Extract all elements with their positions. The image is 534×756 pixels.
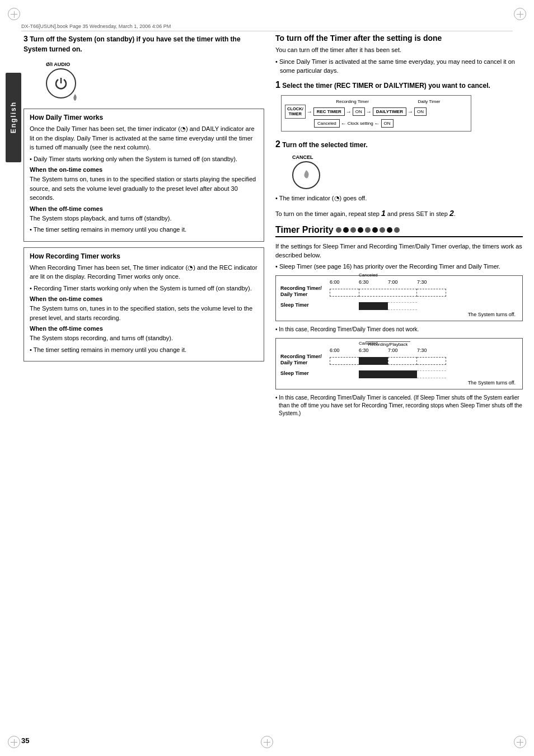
chart2-canceled-label: Canceled [359,341,378,346]
step2-section: 2 Turn off the selected timer. CANCEL • … [275,139,523,203]
audio-button-label: Ø/I AUDIO [46,62,76,67]
tick-700: 7:00 [388,279,417,285]
corner-mark-tr [514,8,526,20]
chart2-top-labels: Recording/Playback [330,342,518,347]
how-rec-timer-bullet1: • Recording Timer starts working only wh… [30,284,258,293]
dot9 [394,227,400,233]
bar1-r1-seg3 [417,289,446,297]
turn-off-para: You can turn off the timer after it has … [275,45,523,55]
sidebar-label-text: English [10,101,17,133]
chart2-row2: Sleep Timer [280,368,518,379]
bar1-r1-seg2 [359,289,417,297]
arrow-right-4: → [407,109,413,115]
step2-text: Turn off the selected timer. [282,141,367,149]
arrow-right-2: → [346,109,352,115]
on3-label-box: ON [381,119,394,128]
when-on-heading: When the on-time comes [30,166,258,173]
main-content: 3 Turn off the System (on standby) if yo… [24,34,523,728]
dot3 [350,227,356,233]
c2bar1-r1-s2 [359,357,388,365]
corner-mark-br [514,736,526,748]
dot2 [343,227,349,233]
chart2-note: • In this case, Recording Timer/Daily Ti… [275,394,523,417]
page-number: 35 [21,736,29,745]
tick-630: 6:30 Canceled [359,279,388,285]
sidebar-english: English [6,73,21,162]
turn-on-again-suffix: and press SET in step [386,210,449,217]
cancel-button-area: CANCEL [292,154,320,189]
step1-section: 1 Select the timer (REC TIMER or DAILYTI… [275,80,523,135]
spacer [330,342,359,347]
on-label-box: ON [353,107,365,116]
chart1-row2-label: Sleep Timer [280,302,330,308]
step1-text: Select the timer (REC TIMER or DAILYTIME… [282,82,490,90]
how-rec-timer-para1: When Recording Timer has been set, The t… [30,263,258,281]
step2-number: 2 [275,139,280,149]
chart2-system-off: The System turns off. [280,380,518,386]
chart1-row1: Recording Timer/Daily Timer [280,286,518,297]
turn-on-again-step2: 2 [449,209,454,218]
dot1 [336,227,341,233]
c2bar2-dashed [417,370,446,378]
rec-when-off-text: The System stops recording, and turns of… [30,334,258,343]
how-daily-timer-title: How Daily Timer works [30,114,258,121]
step2-bullet: • The timer indicator (◔) goes off. [275,194,523,203]
header-text: DX-T66[USUN].book Page 35 Wednesday, Mar… [21,24,171,29]
chart1-time-ticks: 6:00 6:30 Canceled 7:00 7:30 [330,279,518,285]
dot6 [372,227,378,233]
recording-timer-top-label: Recording Timer [314,99,391,104]
step3-number: 3 [24,34,28,43]
power-icon [53,76,69,91]
chart1-row1-bars [330,286,518,297]
timer-priority-heading: Timer Priority [275,225,523,237]
left-column: 3 Turn off the System (on standby) if yo… [24,34,264,367]
dot4 [358,227,363,233]
turn-on-again-para: To turn on the timer again, repeat step … [275,208,523,219]
on2-label-box: ON [414,107,427,116]
chart1-row2-bars [330,299,518,311]
rec-when-on-text: The System turns on, tunes in to the spe… [30,304,258,322]
turn-on-again-step1: 1 [381,209,386,218]
tick-730: 7:30 [417,279,446,285]
chart2-tick-700: 7:00 [388,348,417,353]
rec-when-off-heading: When the off-time comes [30,325,258,332]
audio-button-circle [46,68,76,98]
turn-on-again-end: . [454,210,456,217]
cancel-button-icon [299,168,313,182]
chart1-system-off: The System turns off. [280,312,518,317]
cancel-button-circle [292,161,320,189]
turn-off-heading: To turn off the Timer after the setting … [275,34,523,43]
corner-mark-bl [8,736,20,748]
arrow-right-3: → [366,109,372,115]
chart2-tick-630: 6:30 Canceled [359,348,388,353]
when-on-text: The System turns on, tunes in to the spe… [30,175,258,203]
priority-para1: If the settings for Sleep Timer and Reco… [275,242,523,260]
clock-setting-text: Clock setting [348,121,373,126]
daily-timer-top-label: Daily Timer [391,99,467,104]
dot7 [380,227,385,233]
arrow-left-1: ← [341,120,346,126]
chart1-row2: Sleep Timer [280,299,518,311]
timer-main-row: CLOCK/TIMER → REC TIMER → ON → DAILYTIME… [285,105,467,119]
timer-select-diagram: Recording Timer Daily Timer CLOCK/TIMER … [281,95,471,132]
chart2-row1: Recording Timer/Daily Timer [280,354,518,365]
chart2-tick-600: 6:00 [330,348,359,353]
clock-timer-box: CLOCK/TIMER [285,105,306,119]
step3-heading: 3 Turn off the System (on standby) if yo… [24,34,264,54]
bar2-dashed [388,302,417,310]
tick-600: 6:00 [330,279,359,285]
how-daily-timer-bullet1: • Daily Timer starts working only when t… [30,154,258,164]
arrow-right-1: → [307,109,312,115]
canceled-box: Canceled [314,119,340,128]
chart1-canceled-label: Canceled [359,273,378,278]
c2bar2-solid [359,370,417,378]
how-daily-timer-para1: Once the Daily Timer has been set, the t… [30,124,258,152]
timer-priority-text: Timer Priority [275,225,334,235]
chart2-row1-label: Recording Timer/Daily Timer [280,354,330,366]
step3-text: Turn off the System (on standby) if you … [24,35,241,53]
chart2-time-ticks: 6:00 6:30 Canceled 7:00 7:30 [330,348,518,353]
when-off-heading: When the off-time comes [30,205,258,212]
how-rec-timer-box: How Recording Timer works When Recording… [24,247,264,362]
bar2-empty [330,302,359,310]
step2-heading: 2 Turn off the selected timer. [275,139,523,149]
